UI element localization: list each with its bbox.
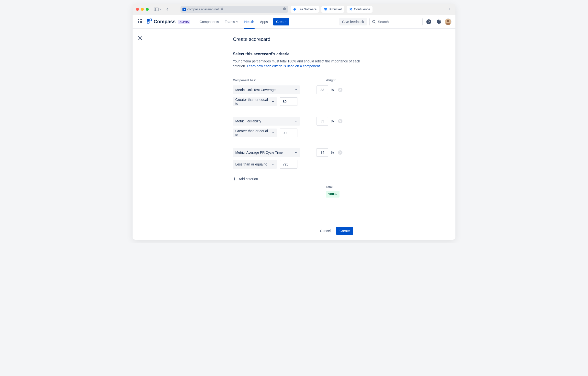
select-value: Metric: Unit Test Coverage <box>235 88 276 92</box>
operator-select[interactable]: Greater than or equal to <box>233 97 277 106</box>
site-favicon <box>182 8 186 11</box>
scorecard-form: Create scorecard Select this scorecard's… <box>233 29 362 235</box>
create-scorecard-button[interactable]: Create <box>336 227 353 235</box>
url-bar[interactable]: compass.atlassian.net <box>181 6 288 13</box>
back-button[interactable] <box>165 7 170 12</box>
favorite-label: Jira Software <box>298 7 317 11</box>
maximize-window-button[interactable] <box>146 8 149 11</box>
remove-criterion-button[interactable] <box>338 119 342 123</box>
favorite-bitbucket[interactable]: Bitbucket <box>321 6 344 13</box>
gear-icon <box>436 19 441 24</box>
nav-apps[interactable]: Apps <box>258 18 270 26</box>
app-navigation: Compass ALPHA Components Teams Health Ap… <box>133 15 455 29</box>
nav-health[interactable]: Health <box>242 18 257 26</box>
search-placeholder: Search <box>378 20 389 24</box>
minimize-window-button[interactable] <box>141 8 144 11</box>
input-value: 33 <box>320 88 324 92</box>
bitbucket-icon <box>324 8 327 11</box>
total-section: Total: 100% <box>326 185 353 198</box>
add-criterion-button[interactable]: Add criterion <box>233 177 353 181</box>
settings-button[interactable] <box>435 18 442 25</box>
compass-logo[interactable]: Compass ALPHA <box>147 18 190 25</box>
button-label: Create <box>276 20 286 24</box>
svg-rect-18 <box>150 19 152 21</box>
jira-icon <box>293 8 296 11</box>
reader-mode-icon[interactable] <box>283 7 286 11</box>
nav-label: Health <box>244 20 254 24</box>
help-button[interactable]: ? <box>425 18 432 25</box>
close-icon <box>137 35 143 41</box>
criterion-row: Metric: Unit Test Coverage 33 % <box>233 85 353 106</box>
nav-create-button[interactable]: Create <box>273 18 289 25</box>
plus-icon <box>233 177 236 181</box>
new-tab-button[interactable]: + <box>447 7 452 12</box>
remove-criterion-button[interactable] <box>338 150 342 155</box>
search-input[interactable]: Search <box>369 18 423 26</box>
give-feedback-button[interactable]: Give feedback <box>339 18 367 25</box>
weight-input[interactable]: 34 <box>317 148 328 157</box>
criterion-row: Metric: Reliability 33 % <box>233 117 353 137</box>
col-component-label: Component has: <box>233 79 326 82</box>
svg-rect-16 <box>141 22 142 23</box>
nav-teams[interactable]: Teams <box>222 18 241 26</box>
weight-group: 34 % <box>317 148 353 157</box>
svg-rect-17 <box>147 19 149 21</box>
close-dialog-button[interactable] <box>137 35 143 42</box>
svg-rect-14 <box>138 22 139 23</box>
page-title: Create scorecard <box>233 36 362 42</box>
button-label: Give feedback <box>342 20 364 24</box>
percent-sign: % <box>331 88 334 92</box>
metric-select[interactable]: Metric: Unit Test Coverage <box>233 85 300 94</box>
metric-select[interactable]: Metric: Reliability <box>233 117 300 126</box>
input-value: 99 <box>283 131 287 135</box>
operator-select[interactable]: Greater than or equal to <box>233 129 277 137</box>
weight-input[interactable]: 33 <box>317 117 328 126</box>
input-value: 34 <box>320 151 324 154</box>
threshold-input[interactable]: 80 <box>280 97 297 106</box>
page-body: Create scorecard Select this scorecard's… <box>133 29 455 240</box>
svg-rect-11 <box>138 21 139 22</box>
user-avatar[interactable] <box>445 18 452 25</box>
nav-components[interactable]: Components <box>197 18 221 26</box>
form-column-headers: Component has: Weight: <box>233 79 353 82</box>
button-label: Create <box>339 229 350 233</box>
favorite-jira[interactable]: Jira Software <box>291 6 319 13</box>
chevron-down-icon <box>271 163 274 166</box>
operator-select[interactable]: Less than or equal to <box>233 160 277 169</box>
threshold-input[interactable]: 720 <box>280 160 297 169</box>
criterion-row: Metric: Average PR Cycle Time 34 % <box>233 148 353 169</box>
button-label: Cancel <box>320 229 331 233</box>
metric-select[interactable]: Metric: Average PR Cycle Time <box>233 148 300 157</box>
svg-rect-0 <box>154 8 158 11</box>
app-switcher-button[interactable] <box>136 18 144 26</box>
alpha-badge: ALPHA <box>178 20 190 24</box>
svg-point-7 <box>285 9 285 9</box>
learn-more-link[interactable]: Learn how each criteria is used on a com… <box>247 64 321 68</box>
url-text: compass.atlassian.net <box>187 7 219 11</box>
svg-rect-10 <box>141 19 142 20</box>
threshold-input[interactable]: 99 <box>280 129 297 137</box>
button-label: Add criterion <box>239 177 258 181</box>
section-description: Your criteria percentages must total 100… <box>233 59 362 69</box>
weight-group: 33 % <box>317 85 353 94</box>
total-value: 100% <box>326 191 339 198</box>
cancel-button[interactable]: Cancel <box>317 227 334 235</box>
sidebar-toggle-button[interactable] <box>153 7 162 12</box>
weight-input[interactable]: 33 <box>317 85 328 94</box>
chevron-down-icon <box>271 100 274 103</box>
select-value: Metric: Reliability <box>235 119 261 123</box>
weight-group: 33 % <box>317 117 353 126</box>
confluence-icon <box>349 8 352 11</box>
svg-rect-3 <box>221 9 223 10</box>
window-controls <box>136 8 149 11</box>
total-label: Total: <box>326 185 353 189</box>
svg-rect-8 <box>138 19 139 20</box>
chevron-down-icon <box>294 88 297 91</box>
favorite-confluence[interactable]: Confluence <box>347 6 373 13</box>
select-value: Greater than or equal to <box>235 98 271 106</box>
percent-sign: % <box>331 151 334 154</box>
close-window-button[interactable] <box>136 8 139 11</box>
select-value: Less than or equal to <box>235 162 267 166</box>
remove-criterion-button[interactable] <box>338 88 342 92</box>
browser-window: compass.atlassian.net Jira Software Bitb… <box>133 4 455 240</box>
